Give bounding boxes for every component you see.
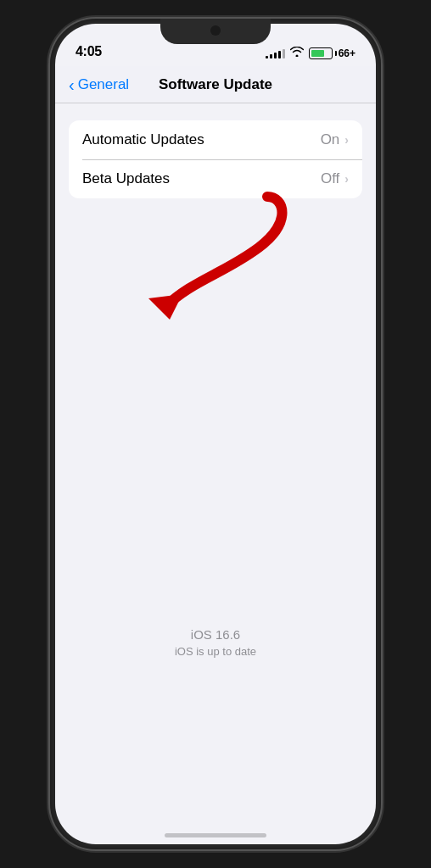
notch bbox=[160, 19, 271, 44]
status-time: 4:05 bbox=[76, 44, 102, 59]
battery-icon: 66+ bbox=[309, 47, 355, 59]
ios-info: iOS 16.6 iOS is up to date bbox=[55, 627, 376, 658]
beta-updates-right: Off › bbox=[321, 170, 349, 187]
automatic-updates-right: On › bbox=[321, 131, 349, 148]
phone-screen: 4:05 bbox=[55, 24, 376, 844]
content-area: Automatic Updates On › Beta Updates Off … bbox=[55, 103, 376, 844]
beta-updates-row[interactable]: Beta Updates Off › bbox=[69, 159, 362, 198]
beta-updates-label: Beta Updates bbox=[82, 170, 170, 187]
arrow-annotation bbox=[89, 188, 293, 324]
back-button[interactable]: ‹ General bbox=[69, 76, 129, 93]
camera bbox=[210, 25, 221, 36]
automatic-updates-label: Automatic Updates bbox=[82, 131, 204, 148]
automatic-updates-chevron-icon: › bbox=[344, 133, 349, 147]
back-label: General bbox=[78, 76, 129, 93]
red-arrow-icon bbox=[89, 188, 293, 324]
battery-percent: 66+ bbox=[339, 47, 355, 59]
wifi-icon bbox=[290, 47, 304, 59]
home-indicator bbox=[165, 833, 266, 837]
svg-marker-0 bbox=[148, 294, 182, 320]
beta-updates-value: Off bbox=[321, 170, 339, 187]
status-icons: 66+ bbox=[266, 47, 355, 59]
automatic-updates-row[interactable]: Automatic Updates On › bbox=[69, 120, 362, 159]
beta-updates-chevron-icon: › bbox=[344, 172, 349, 186]
back-chevron-icon: ‹ bbox=[69, 76, 75, 93]
page-title: Software Update bbox=[159, 76, 272, 93]
ios-status: iOS is up to date bbox=[175, 645, 256, 658]
settings-group: Automatic Updates On › Beta Updates Off … bbox=[69, 120, 362, 198]
ios-version: iOS 16.6 bbox=[191, 627, 240, 642]
automatic-updates-value: On bbox=[321, 131, 340, 148]
phone-frame: 4:05 bbox=[50, 19, 381, 849]
nav-bar: ‹ General Software Update bbox=[55, 66, 376, 103]
signal-icon bbox=[266, 48, 285, 58]
